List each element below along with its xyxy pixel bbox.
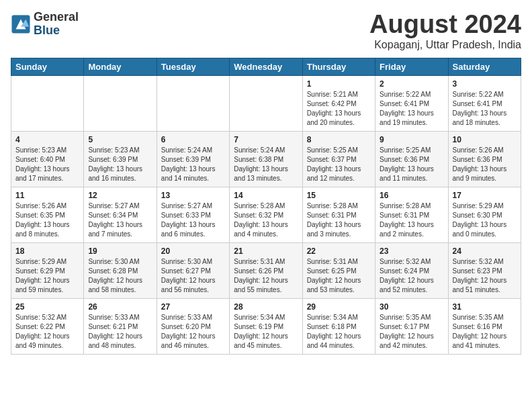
- calendar-cell: 16Sunrise: 5:28 AM Sunset: 6:31 PM Dayli…: [375, 187, 448, 242]
- day-info: Sunrise: 5:35 AM Sunset: 6:16 PM Dayligh…: [453, 313, 517, 351]
- day-info: Sunrise: 5:35 AM Sunset: 6:17 PM Dayligh…: [380, 313, 443, 351]
- day-info: Sunrise: 5:22 AM Sunset: 6:41 PM Dayligh…: [453, 90, 517, 128]
- calendar-cell: 7Sunrise: 5:24 AM Sunset: 6:38 PM Daylig…: [230, 131, 302, 187]
- day-number: 30: [380, 302, 443, 312]
- logo: General Blue: [11, 11, 79, 38]
- day-info: Sunrise: 5:33 AM Sunset: 6:21 PM Dayligh…: [88, 313, 152, 351]
- day-number: 6: [161, 135, 225, 144]
- day-number: 31: [453, 302, 517, 312]
- calendar-cell: 2Sunrise: 5:22 AM Sunset: 6:41 PM Daylig…: [375, 75, 448, 131]
- day-info: Sunrise: 5:32 AM Sunset: 6:23 PM Dayligh…: [453, 257, 517, 295]
- day-info: Sunrise: 5:32 AM Sunset: 6:24 PM Dayligh…: [380, 257, 443, 295]
- day-info: Sunrise: 5:33 AM Sunset: 6:20 PM Dayligh…: [161, 313, 225, 351]
- logo-blue-text: Blue: [34, 24, 79, 38]
- day-info: Sunrise: 5:34 AM Sunset: 6:19 PM Dayligh…: [234, 313, 298, 351]
- calendar-cell: 22Sunrise: 5:31 AM Sunset: 6:25 PM Dayli…: [302, 242, 375, 298]
- day-number: 25: [15, 302, 79, 312]
- calendar-cell: 17Sunrise: 5:29 AM Sunset: 6:30 PM Dayli…: [448, 187, 521, 242]
- calendar-cell: 5Sunrise: 5:23 AM Sunset: 6:39 PM Daylig…: [84, 131, 157, 187]
- calendar-cell: 13Sunrise: 5:27 AM Sunset: 6:33 PM Dayli…: [157, 187, 229, 242]
- day-number: 23: [380, 246, 443, 256]
- day-info: Sunrise: 5:26 AM Sunset: 6:36 PM Dayligh…: [453, 146, 517, 183]
- calendar-header-row: SundayMondayTuesdayWednesdayThursdayFrid…: [11, 58, 521, 75]
- calendar-cell: 25Sunrise: 5:32 AM Sunset: 6:22 PM Dayli…: [11, 298, 84, 354]
- calendar-cell: 18Sunrise: 5:29 AM Sunset: 6:29 PM Dayli…: [11, 242, 84, 298]
- day-number: 21: [234, 246, 298, 256]
- day-number: 17: [453, 191, 517, 200]
- day-number: 18: [15, 246, 79, 256]
- calendar-cell: [157, 75, 229, 131]
- calendar-cell: 11Sunrise: 5:26 AM Sunset: 6:35 PM Dayli…: [11, 187, 84, 242]
- calendar-cell: 29Sunrise: 5:34 AM Sunset: 6:18 PM Dayli…: [302, 298, 375, 354]
- day-number: 27: [161, 302, 225, 312]
- calendar-cell: 19Sunrise: 5:30 AM Sunset: 6:28 PM Dayli…: [84, 242, 157, 298]
- day-number: 13: [161, 191, 225, 200]
- location-title: Kopaganj, Uttar Pradesh, India: [369, 39, 521, 51]
- day-info: Sunrise: 5:22 AM Sunset: 6:41 PM Dayligh…: [380, 90, 443, 128]
- day-number: 26: [88, 302, 152, 312]
- calendar-cell: 9Sunrise: 5:25 AM Sunset: 6:36 PM Daylig…: [375, 131, 448, 187]
- day-number: 16: [380, 191, 443, 200]
- calendar-cell: 12Sunrise: 5:27 AM Sunset: 6:34 PM Dayli…: [84, 187, 157, 242]
- day-info: Sunrise: 5:28 AM Sunset: 6:32 PM Dayligh…: [234, 201, 298, 239]
- day-number: 24: [453, 246, 517, 256]
- day-info: Sunrise: 5:23 AM Sunset: 6:40 PM Dayligh…: [15, 146, 79, 183]
- day-number: 11: [15, 191, 79, 200]
- header-friday: Friday: [375, 58, 448, 75]
- calendar-cell: 3Sunrise: 5:22 AM Sunset: 6:41 PM Daylig…: [448, 75, 521, 131]
- day-info: Sunrise: 5:24 AM Sunset: 6:39 PM Dayligh…: [161, 146, 225, 183]
- logo-text: General Blue: [34, 11, 79, 38]
- calendar-cell: 1Sunrise: 5:21 AM Sunset: 6:42 PM Daylig…: [302, 75, 375, 131]
- calendar-cell: 10Sunrise: 5:26 AM Sunset: 6:36 PM Dayli…: [448, 131, 521, 187]
- day-info: Sunrise: 5:31 AM Sunset: 6:26 PM Dayligh…: [234, 257, 298, 295]
- calendar-table: SundayMondayTuesdayWednesdayThursdayFrid…: [11, 58, 521, 355]
- day-info: Sunrise: 5:31 AM Sunset: 6:25 PM Dayligh…: [307, 257, 371, 295]
- header-tuesday: Tuesday: [157, 58, 229, 75]
- day-number: 9: [380, 135, 443, 144]
- calendar-week-row: 1Sunrise: 5:21 AM Sunset: 6:42 PM Daylig…: [11, 75, 521, 131]
- header-saturday: Saturday: [448, 58, 521, 75]
- header-sunday: Sunday: [11, 58, 84, 75]
- calendar-cell: 15Sunrise: 5:28 AM Sunset: 6:31 PM Dayli…: [302, 187, 375, 242]
- day-info: Sunrise: 5:32 AM Sunset: 6:22 PM Dayligh…: [15, 313, 79, 351]
- calendar-cell: [11, 75, 84, 131]
- calendar-cell: 6Sunrise: 5:24 AM Sunset: 6:39 PM Daylig…: [157, 131, 229, 187]
- day-number: 7: [234, 135, 298, 144]
- calendar-cell: 31Sunrise: 5:35 AM Sunset: 6:16 PM Dayli…: [448, 298, 521, 354]
- day-number: 22: [307, 246, 371, 256]
- day-info: Sunrise: 5:27 AM Sunset: 6:33 PM Dayligh…: [161, 201, 225, 239]
- day-info: Sunrise: 5:23 AM Sunset: 6:39 PM Dayligh…: [88, 146, 152, 183]
- calendar-cell: 24Sunrise: 5:32 AM Sunset: 6:23 PM Dayli…: [448, 242, 521, 298]
- calendar-cell: 27Sunrise: 5:33 AM Sunset: 6:20 PM Dayli…: [157, 298, 229, 354]
- day-number: 15: [307, 191, 371, 200]
- day-info: Sunrise: 5:34 AM Sunset: 6:18 PM Dayligh…: [307, 313, 371, 351]
- day-info: Sunrise: 5:27 AM Sunset: 6:34 PM Dayligh…: [88, 201, 152, 239]
- day-number: 2: [380, 79, 443, 89]
- day-number: 19: [88, 246, 152, 256]
- day-info: Sunrise: 5:30 AM Sunset: 6:27 PM Dayligh…: [161, 257, 225, 295]
- day-number: 4: [15, 135, 79, 144]
- day-info: Sunrise: 5:28 AM Sunset: 6:31 PM Dayligh…: [380, 201, 443, 239]
- day-number: 10: [453, 135, 517, 144]
- month-title: August 2024: [369, 11, 521, 39]
- calendar-cell: 4Sunrise: 5:23 AM Sunset: 6:40 PM Daylig…: [11, 131, 84, 187]
- page-header: General Blue August 2024 Kopaganj, Uttar…: [11, 11, 521, 51]
- day-info: Sunrise: 5:28 AM Sunset: 6:31 PM Dayligh…: [307, 201, 371, 239]
- calendar-cell: 14Sunrise: 5:28 AM Sunset: 6:32 PM Dayli…: [230, 187, 302, 242]
- logo-icon: [11, 14, 31, 34]
- calendar-cell: 28Sunrise: 5:34 AM Sunset: 6:19 PM Dayli…: [230, 298, 302, 354]
- day-number: 3: [453, 79, 517, 89]
- calendar-week-row: 11Sunrise: 5:26 AM Sunset: 6:35 PM Dayli…: [11, 187, 521, 242]
- day-number: 5: [88, 135, 152, 144]
- day-info: Sunrise: 5:26 AM Sunset: 6:35 PM Dayligh…: [15, 201, 79, 239]
- calendar-cell: 8Sunrise: 5:25 AM Sunset: 6:37 PM Daylig…: [302, 131, 375, 187]
- calendar-cell: 23Sunrise: 5:32 AM Sunset: 6:24 PM Dayli…: [375, 242, 448, 298]
- day-info: Sunrise: 5:30 AM Sunset: 6:28 PM Dayligh…: [88, 257, 152, 295]
- day-number: 29: [307, 302, 371, 312]
- day-number: 1: [307, 79, 371, 89]
- calendar-cell: 26Sunrise: 5:33 AM Sunset: 6:21 PM Dayli…: [84, 298, 157, 354]
- logo-general-text: General: [34, 11, 79, 24]
- calendar-cell: [84, 75, 157, 131]
- day-number: 14: [234, 191, 298, 200]
- calendar-week-row: 25Sunrise: 5:32 AM Sunset: 6:22 PM Dayli…: [11, 298, 521, 354]
